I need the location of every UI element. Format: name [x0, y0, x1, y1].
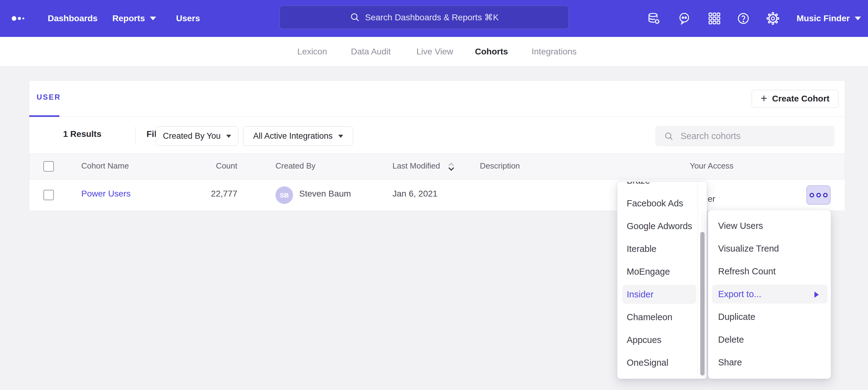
nav-item-label: Dashboards — [48, 13, 98, 23]
cohorts-page: Dashboards Reports Users Search Dashboar… — [0, 0, 868, 390]
chevron-down-icon — [150, 17, 156, 20]
col-created-by[interactable]: Created By — [276, 161, 315, 171]
top-nav-bar: Dashboards Reports Users Search Dashboar… — [0, 0, 868, 37]
settings-icon[interactable] — [767, 12, 779, 25]
menu-item-share[interactable]: Share — [708, 351, 831, 374]
tab-lexicon[interactable]: Lexicon — [297, 37, 327, 66]
export-target-google-adwords[interactable]: Google Adwords — [617, 215, 707, 237]
tab-label: Data Audit — [351, 47, 391, 57]
export-target-insider[interactable]: Insider — [617, 283, 707, 306]
nav-item-dashboards[interactable]: Dashboards — [48, 0, 98, 37]
col-count[interactable]: Count — [176, 161, 237, 171]
create-cohort-button[interactable]: + Create Cohort — [752, 90, 838, 108]
logo-dot-large — [12, 16, 16, 21]
submenu-scrollbar-thumb[interactable] — [700, 232, 705, 376]
menu-item-visualize-trend[interactable]: Visualize Trend — [708, 237, 831, 260]
dropdown-value: All Active Integrations — [253, 131, 333, 141]
col-your-access[interactable]: Your Access — [690, 161, 734, 171]
row-checkbox[interactable] — [43, 190, 54, 200]
tab-label: Lexicon — [297, 47, 327, 57]
avatar-initials: SB — [280, 192, 289, 199]
menu-item-view-users[interactable]: View Users — [708, 215, 831, 237]
dot-icon — [823, 193, 828, 197]
search-cohorts-input[interactable]: Search cohorts — [655, 126, 834, 147]
apps-grid-icon[interactable] — [708, 12, 721, 25]
chevron-down-icon — [855, 17, 861, 20]
created-by-value: Steven Baum — [299, 189, 351, 199]
section-tab-bar: Lexicon Data Audit Live View Cohorts Int… — [0, 37, 868, 66]
logo-dot-medium — [18, 17, 21, 20]
submenu-scrollbar-track — [698, 182, 707, 379]
search-cohorts-placeholder: Search cohorts — [681, 131, 741, 141]
project-name: Music Finder — [797, 13, 850, 23]
cohorts-panel: USER + Create Cohort 1 Results Filter by… — [29, 80, 845, 210]
export-target-onesignal[interactable]: OneSignal — [617, 351, 707, 374]
dropdown-value: Created By You — [163, 131, 221, 141]
cohort-name-link[interactable]: Power Users — [81, 189, 130, 199]
export-target-moengage[interactable]: MoEngage — [617, 260, 707, 283]
tab-cohorts[interactable]: Cohorts — [475, 37, 508, 66]
col-cohort-name[interactable]: Cohort Name — [81, 161, 129, 171]
integrations-filter-dropdown[interactable]: All Active Integrations — [243, 126, 353, 146]
global-search-input[interactable]: Search Dashboards & Reports ⌘K — [279, 5, 569, 29]
table-header-row: Cohort Name Count Created By Last Modifi… — [29, 154, 845, 180]
divider — [135, 127, 135, 144]
col-description[interactable]: Description — [480, 161, 520, 171]
menu-item-duplicate[interactable]: Duplicate — [708, 305, 831, 328]
nav-item-reports[interactable]: Reports — [112, 0, 156, 37]
create-cohort-label: Create Cohort — [772, 94, 830, 104]
search-icon — [664, 131, 674, 141]
dot-icon — [809, 193, 814, 197]
global-search-placeholder: Search Dashboards & Reports ⌘K — [365, 12, 499, 23]
your-access-value-fragment: er — [708, 194, 715, 204]
tab-user[interactable]: USER — [37, 93, 61, 101]
search-icon — [350, 12, 360, 23]
col-last-modified[interactable]: Last Modified — [393, 161, 440, 171]
export-submenu: Braze Facebook Ads Google Adwords Iterab… — [617, 182, 707, 379]
nav-item-label: Reports — [112, 13, 145, 23]
tab-data-audit[interactable]: Data Audit — [351, 37, 391, 66]
cohort-type-tabs: USER + Create Cohort — [29, 80, 845, 117]
submenu-arrow-icon — [814, 292, 819, 298]
table-row[interactable]: Power Users 22,777 SB Steven Baum Jan 6,… — [29, 180, 845, 210]
row-actions-button[interactable] — [806, 186, 831, 204]
dot-icon — [816, 193, 821, 197]
export-target-iterable[interactable]: Iterable — [617, 237, 707, 260]
user-tab-underline — [29, 115, 59, 117]
avatar: SB — [276, 186, 293, 204]
tab-live-view[interactable]: Live View — [416, 37, 453, 66]
last-modified-value: Jan 6, 2021 — [393, 189, 437, 199]
tab-label: Cohorts — [475, 47, 508, 57]
created-by-filter-dropdown[interactable]: Created By You — [156, 126, 238, 146]
export-target-facebook-ads[interactable]: Facebook Ads — [617, 192, 707, 215]
row-actions-menu: View Users Visualize Trend Refresh Count… — [708, 210, 831, 379]
results-count: 1 Results — [63, 129, 101, 139]
export-target-chameleon[interactable]: Chameleon — [617, 306, 707, 328]
plus-icon: + — [761, 93, 767, 104]
data-management-icon[interactable] — [648, 12, 660, 25]
chevron-down-icon — [338, 135, 343, 138]
feedback-icon[interactable] — [678, 12, 691, 25]
help-icon[interactable] — [737, 12, 750, 25]
sort-desc-icon[interactable] — [447, 162, 455, 172]
project-switcher[interactable]: Music Finder — [797, 0, 861, 37]
nav-item-label: Users — [176, 13, 200, 23]
tab-integrations[interactable]: Integrations — [532, 37, 577, 66]
select-all-checkbox[interactable] — [43, 161, 54, 172]
menu-item-export-to[interactable]: Export to... — [708, 283, 831, 305]
export-target-braze[interactable]: Braze — [617, 182, 707, 192]
menu-item-refresh-count[interactable]: Refresh Count — [708, 260, 831, 283]
cohort-count: 22,777 — [176, 189, 237, 199]
tab-label: Live View — [416, 47, 453, 57]
logo-dot-small — [23, 18, 24, 20]
nav-item-users[interactable]: Users — [176, 0, 200, 37]
menu-item-delete[interactable]: Delete — [708, 328, 831, 351]
chevron-down-icon — [226, 135, 231, 138]
tab-label: Integrations — [532, 47, 577, 57]
export-target-appcues[interactable]: Appcues — [617, 328, 707, 351]
